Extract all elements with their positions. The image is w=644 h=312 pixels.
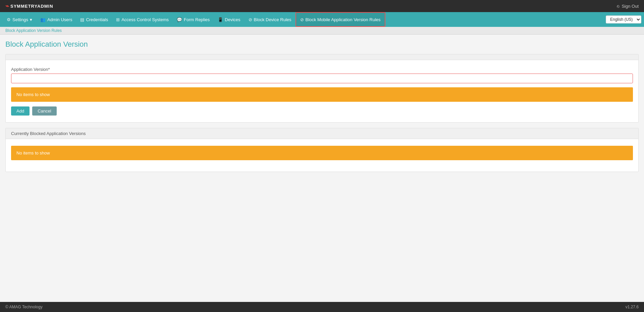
nav-settings[interactable]: ⚙ Settings ▾ (3, 12, 36, 27)
nav-block-device-rules[interactable]: ⊘ Block Device Rules (245, 12, 296, 27)
blocked-versions-body: No items to show (6, 139, 638, 172)
cancel-button[interactable]: Cancel (32, 106, 56, 116)
nav-devices[interactable]: 📱 Devices (214, 12, 244, 27)
nav-bar: ⚙ Settings ▾ 👥 Admin Users ▤ Credentials… (0, 12, 644, 27)
blocked-versions-header: Currently Blocked Application Versions (6, 128, 638, 139)
settings-icon: ⚙ (7, 17, 11, 22)
app-version-label: Application Version* (11, 67, 633, 72)
access-control-icon: ⊞ (116, 17, 120, 22)
breadcrumb-link[interactable]: Block Application Version Rules (5, 28, 62, 33)
add-version-panel-body: Application Version* No items to show Ad… (6, 60, 638, 122)
add-version-panel: Application Version* No items to show Ad… (5, 54, 639, 123)
nav-form-replies-label: Form Replies (184, 17, 210, 22)
logo-icon: ⌁ (5, 2, 9, 10)
blocked-versions-panel: Currently Blocked Application Versions N… (5, 128, 639, 172)
nav-admin-users-label: Admin Users (47, 17, 72, 22)
app-version-input[interactable] (11, 74, 633, 83)
credentials-icon: ▤ (80, 17, 84, 22)
form-button-row: Add Cancel (11, 106, 633, 116)
footer-copyright: © AMAG Technology (5, 305, 43, 309)
logo: ⌁ SYMMETRYADMIN (5, 2, 53, 10)
nav-block-mobile-app[interactable]: ⊘ Block Mobile Application Version Rules (296, 12, 385, 27)
sign-out-label: Sign Out (622, 4, 639, 9)
blocked-no-items-banner: No items to show (11, 146, 633, 160)
page-title: Block Application Version (5, 40, 639, 49)
dropdown-arrow-icon: ▾ (30, 17, 32, 22)
add-version-panel-header (6, 54, 638, 60)
no-items-banner: No items to show (11, 87, 633, 102)
nav-devices-label: Devices (225, 17, 240, 22)
nav-credentials-label: Credentials (86, 17, 108, 22)
nav-access-control[interactable]: ⊞ Access Control Systems (112, 12, 173, 27)
nav-settings-label: Settings (12, 17, 28, 22)
sign-out-icon: ⎋ (617, 4, 620, 9)
page-content: Block Application Version Application Ve… (0, 35, 644, 302)
logo-text: SYMMETRYADMIN (10, 4, 53, 9)
block-device-rules-icon: ⊘ (249, 17, 252, 22)
nav-block-mobile-app-label: Block Mobile Application Version Rules (306, 17, 381, 22)
nav-block-device-rules-label: Block Device Rules (254, 17, 291, 22)
sign-out-button[interactable]: ⎋ Sign Out (617, 4, 639, 9)
footer-version: v1.27.6 (626, 305, 639, 309)
app-version-form-group: Application Version* (11, 67, 633, 83)
nav-left: ⚙ Settings ▾ 👥 Admin Users ▤ Credentials… (3, 12, 385, 27)
add-button[interactable]: Add (11, 106, 30, 116)
devices-icon: 📱 (218, 17, 223, 22)
admin-users-icon: 👥 (40, 17, 46, 22)
nav-access-control-label: Access Control Systems (121, 17, 169, 22)
nav-form-replies[interactable]: 💬 Form Replies (173, 12, 214, 27)
form-replies-icon: 💬 (177, 17, 182, 22)
nav-right: English (US) (606, 12, 641, 27)
breadcrumb: Block Application Version Rules (0, 27, 644, 35)
footer: © AMAG Technology v1.27.6 (0, 302, 644, 312)
top-bar: ⌁ SYMMETRYADMIN ⎋ Sign Out (0, 0, 644, 12)
nav-credentials[interactable]: ▤ Credentials (76, 12, 112, 27)
block-mobile-app-icon: ⊘ (300, 17, 304, 22)
nav-admin-users[interactable]: 👥 Admin Users (36, 12, 76, 27)
language-select[interactable]: English (US) (606, 15, 641, 24)
